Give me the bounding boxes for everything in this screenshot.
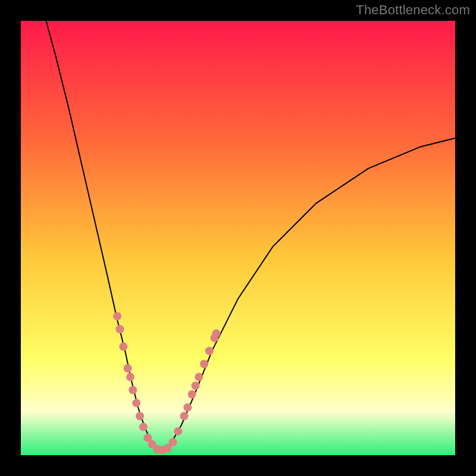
sample-point bbox=[124, 364, 132, 372]
sample-point bbox=[180, 412, 189, 420]
sample-point bbox=[129, 386, 137, 394]
chart-area bbox=[21, 21, 455, 455]
sample-point bbox=[205, 347, 214, 355]
sample-point bbox=[119, 343, 127, 351]
sample-point bbox=[188, 390, 196, 399]
sample-point bbox=[183, 403, 192, 412]
sample-point bbox=[136, 412, 144, 420]
sample-point bbox=[169, 438, 177, 446]
sample-point bbox=[139, 423, 148, 431]
chart-svg bbox=[21, 21, 455, 455]
sample-point bbox=[126, 373, 134, 381]
outer-frame: TheBottleneck.com bbox=[0, 0, 476, 476]
sample-point bbox=[115, 325, 124, 333]
sample-point bbox=[212, 330, 221, 338]
sample-point bbox=[113, 312, 121, 320]
sample-point bbox=[200, 360, 208, 368]
sample-point bbox=[132, 399, 140, 407]
sample-point bbox=[195, 373, 203, 381]
sample-point bbox=[192, 381, 200, 390]
watermark-text: TheBottleneck.com bbox=[356, 2, 470, 18]
sample-point bbox=[174, 427, 182, 436]
gradient-background bbox=[21, 21, 455, 455]
